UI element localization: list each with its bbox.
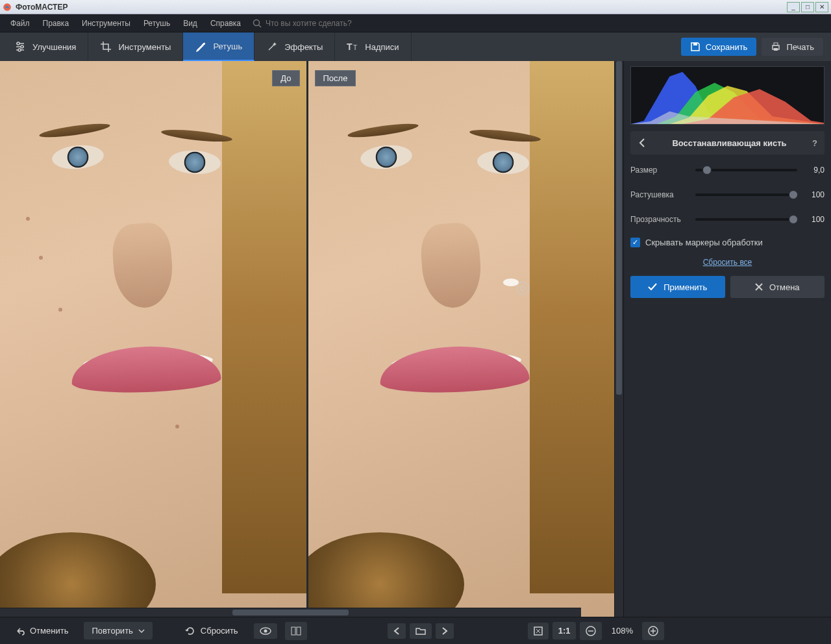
after-view[interactable]: После — [306, 61, 615, 617]
actual-size-button[interactable]: 1:1 — [552, 622, 577, 639]
minus-icon — [586, 626, 596, 636]
tab-enhance[interactable]: Улучшения — [3, 32, 88, 61]
svg-rect-16 — [774, 48, 778, 51]
nav-cluster — [388, 623, 454, 639]
cancel-button[interactable]: Отмена — [730, 276, 825, 298]
chevron-down-icon — [138, 628, 145, 634]
maximize-button[interactable]: □ — [801, 2, 814, 12]
menu-view[interactable]: Вид — [177, 16, 204, 31]
slider-opacity: Прозрачность 100 — [630, 210, 825, 229]
reset-icon — [185, 626, 195, 636]
fit-screen-button[interactable] — [528, 623, 549, 639]
tool-header: Восстанавливающая кисть ? — [630, 131, 825, 155]
tab-label: Надписи — [365, 42, 399, 52]
preview-toggle-button[interactable] — [254, 623, 277, 639]
properties-panel: Восстанавливающая кисть ? Размер 9,0 Рас… — [623, 61, 831, 617]
slider-track[interactable] — [695, 218, 797, 221]
check-icon — [648, 283, 657, 291]
slider-track[interactable] — [695, 193, 797, 196]
menu-tools[interactable]: Инструменты — [75, 16, 137, 31]
menu-edit[interactable]: Правка — [36, 16, 76, 31]
undo-label: Отменить — [30, 626, 68, 636]
slider-value: 9,0 — [802, 166, 825, 175]
apply-label: Применить — [664, 282, 707, 292]
slider-label: Растушевка — [630, 190, 690, 199]
svg-line-2 — [258, 25, 261, 27]
reset-label: Сбросить — [201, 626, 238, 636]
app-title: ФотоМАСТЕР — [16, 3, 786, 12]
svg-point-18 — [264, 629, 267, 632]
fit-icon — [534, 626, 543, 636]
reset-button[interactable]: Сбросить — [177, 622, 246, 640]
app-logo-icon — [3, 3, 12, 12]
apply-button[interactable]: Применить — [630, 276, 725, 298]
eye-icon — [260, 627, 271, 635]
svg-point-1 — [253, 19, 259, 25]
save-icon — [690, 42, 701, 52]
slider-label: Прозрачность — [630, 215, 690, 224]
menu-help[interactable]: Справка — [204, 16, 247, 31]
svg-point-8 — [18, 49, 21, 51]
slider-track[interactable] — [695, 169, 797, 171]
redo-button[interactable]: Повторить — [84, 622, 152, 639]
reset-all-link[interactable]: Сбросить все — [630, 258, 825, 267]
before-view[interactable]: До — [0, 61, 306, 617]
tab-tools[interactable]: Инструменты — [88, 32, 183, 61]
window-buttons: _ □ ✕ — [786, 2, 828, 12]
tab-text[interactable]: TT Надписи — [335, 32, 411, 61]
help-button[interactable]: ? — [805, 138, 825, 148]
after-badge: После — [315, 70, 356, 86]
menu-retouch[interactable]: Ретушь — [137, 16, 177, 31]
undo-button[interactable]: Отменить — [6, 622, 76, 639]
svg-point-6 — [17, 42, 19, 45]
menu-file[interactable]: Файл — [4, 16, 36, 31]
minimize-button[interactable]: _ — [787, 2, 800, 12]
histogram[interactable] — [630, 66, 825, 125]
close-button[interactable]: ✕ — [815, 2, 828, 12]
slider-value: 100 — [802, 190, 825, 199]
tool-title: Восстанавливающая кисть — [654, 138, 805, 148]
open-folder-button[interactable] — [410, 623, 432, 639]
heal-cursor-icon — [516, 282, 529, 295]
compare-icon — [291, 626, 301, 636]
bottom-bar: Отменить Повторить Сбросить 1:1 108% — [0, 617, 831, 644]
brush-icon — [195, 40, 206, 52]
tab-effects[interactable]: Эффекты — [254, 32, 335, 61]
save-button[interactable]: Сохранить — [681, 38, 757, 56]
zoom-out-button[interactable] — [580, 622, 602, 640]
print-icon — [771, 42, 781, 52]
plus-icon — [648, 626, 658, 636]
horizontal-scrollbar[interactable] — [0, 608, 581, 617]
canvas-area: До После — [0, 61, 623, 617]
sliders-icon — [14, 41, 26, 53]
zoom-in-button[interactable] — [642, 622, 664, 640]
svg-text:T: T — [347, 42, 353, 52]
vertical-scrollbar[interactable] — [614, 61, 623, 617]
svg-text:T: T — [353, 44, 357, 51]
slider-label: Размер — [630, 166, 690, 175]
cancel-label: Отмена — [769, 282, 800, 292]
before-badge: До — [272, 70, 299, 86]
print-button[interactable]: Печать — [762, 38, 823, 56]
tab-label: Инструменты — [118, 42, 171, 52]
print-label: Печать — [786, 42, 814, 52]
search-container — [253, 19, 408, 28]
search-input[interactable] — [266, 19, 408, 28]
next-image-button[interactable] — [436, 623, 454, 639]
prev-image-button[interactable] — [388, 623, 406, 639]
toolbar-tabs: Улучшения Инструменты Ретушь Эффекты TT … — [0, 32, 831, 61]
svg-rect-13 — [693, 43, 697, 45]
save-label: Сохранить — [706, 42, 748, 52]
zoom-cluster: 1:1 108% — [528, 622, 665, 640]
compare-toggle-button[interactable] — [285, 622, 307, 640]
checkbox-icon: ✓ — [630, 238, 640, 247]
slider-value: 100 — [802, 215, 825, 224]
wand-icon — [266, 41, 278, 53]
svg-point-7 — [21, 45, 23, 48]
text-icon: TT — [347, 41, 358, 53]
tab-retouch[interactable]: Ретушь — [183, 32, 254, 61]
back-button[interactable] — [630, 138, 654, 147]
close-icon — [755, 283, 763, 291]
hide-markers-row[interactable]: ✓ Скрывать маркеры обработки — [630, 238, 825, 247]
svg-rect-19 — [291, 627, 295, 635]
